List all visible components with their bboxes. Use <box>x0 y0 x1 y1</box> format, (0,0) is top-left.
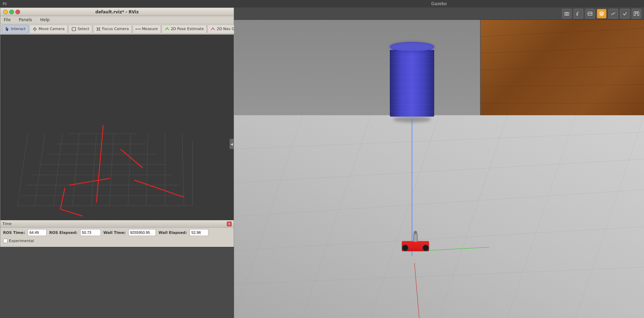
rviz-menubar: File Panels Help <box>0 16 234 24</box>
gazebo-toolbar <box>234 8 644 20</box>
move-camera-button[interactable]: Move Camera <box>29 25 68 34</box>
svg-point-29 <box>566 13 568 15</box>
svg-line-20 <box>182 134 184 206</box>
gazebo-floor <box>234 115 644 318</box>
svg-line-37 <box>481 84 644 87</box>
rviz-window-controls[interactable] <box>3 10 20 14</box>
svg-line-22 <box>96 125 103 202</box>
svg-line-36 <box>481 66 644 70</box>
svg-rect-31 <box>634 12 635 16</box>
svg-line-51 <box>576 115 644 318</box>
svg-line-44 <box>234 227 644 250</box>
gazebo-3d-view[interactable] <box>234 20 644 318</box>
svg-line-35 <box>481 47 644 53</box>
menu-help[interactable]: Help <box>38 17 52 23</box>
svg-line-23 <box>69 178 110 185</box>
rviz-toolbar: Interact Move Camera Select Focus Camera <box>0 24 234 35</box>
svg-line-42 <box>234 159 644 183</box>
svg-line-26 <box>134 180 184 197</box>
gazebo-titlebar: Gazebo <box>234 0 644 8</box>
interact-button[interactable]: Interact <box>2 25 29 34</box>
collapse-handle[interactable]: ◀ <box>230 139 234 149</box>
taskbar-thumbnail <box>0 247 234 318</box>
pose-estimate-button[interactable]: 2D Pose Estimate <box>162 25 207 34</box>
move-camera-icon <box>32 27 37 31</box>
ros-elapsed-input[interactable] <box>80 229 101 236</box>
gazebo-headphones-btn[interactable] <box>574 9 583 18</box>
svg-line-15 <box>91 134 96 206</box>
gazebo-window: Gazebo <box>234 0 644 318</box>
focus-camera-button[interactable]: Focus Camera <box>93 25 132 34</box>
time-content: ROS Time: ROS Elapsed: Wall Time: Wall E… <box>0 228 234 244</box>
svg-line-17 <box>128 134 131 206</box>
select-icon <box>71 27 76 31</box>
measure-button[interactable]: Measure <box>133 25 161 34</box>
svg-line-12 <box>35 134 45 206</box>
menu-panels[interactable]: Panels <box>17 17 34 23</box>
rviz-close-btn[interactable] <box>15 10 20 14</box>
svg-line-25 <box>60 209 83 216</box>
measure-icon <box>136 27 140 31</box>
svg-line-46 <box>234 115 302 318</box>
sensor-beam <box>412 119 412 256</box>
svg-line-18 <box>146 134 148 206</box>
svg-line-41 <box>234 132 644 149</box>
rviz-window: default.rviz* - RViz File Panels Help In… <box>0 8 234 254</box>
gazebo-log-btn[interactable] <box>608 9 618 18</box>
gazebo-camera-btn[interactable] <box>562 9 572 18</box>
gazebo-title: Gazebo <box>431 1 447 6</box>
time-titlebar: Time ✕ <box>0 220 234 228</box>
nav-goal-icon <box>210 27 215 31</box>
svg-line-50 <box>507 115 576 318</box>
gazebo-robot <box>400 241 431 251</box>
gazebo-checkmark-btn[interactable] <box>620 9 630 18</box>
wall-elapsed-input[interactable] <box>190 229 208 236</box>
svg-line-49 <box>439 115 507 318</box>
svg-rect-32 <box>636 12 637 13</box>
svg-line-34 <box>481 28 644 36</box>
gazebo-cylinder <box>390 42 434 117</box>
select-button[interactable]: Select <box>68 25 92 34</box>
gazebo-screenshot-btn[interactable] <box>585 9 595 18</box>
interact-icon <box>5 27 10 31</box>
svg-rect-1 <box>72 27 76 31</box>
svg-line-14 <box>72 134 79 206</box>
experimental-label[interactable]: Experimental <box>3 239 34 243</box>
svg-line-47 <box>302 115 371 318</box>
svg-line-11 <box>17 134 28 206</box>
rviz-titlebar: default.rviz* - RViz <box>0 8 234 16</box>
rviz-title: default.rviz* - RViz <box>20 10 214 14</box>
ros-time-label: ROS Time: <box>3 230 25 235</box>
wall-time-input[interactable] <box>128 229 156 236</box>
gazebo-settings-btn[interactable] <box>632 9 641 18</box>
menu-file[interactable]: File <box>2 17 13 23</box>
wall-time-label: Wall Time: <box>104 230 126 235</box>
svg-line-45 <box>234 267 644 284</box>
ros-time-input[interactable] <box>28 229 46 236</box>
svg-line-48 <box>371 115 439 318</box>
svg-line-24 <box>121 149 143 168</box>
time-panel-close[interactable]: ✕ <box>227 222 232 226</box>
svg-line-27 <box>60 188 65 209</box>
svg-line-43 <box>234 189 644 216</box>
focus-camera-icon <box>96 27 101 31</box>
gazebo-layers-btn[interactable] <box>597 9 606 18</box>
experimental-checkbox[interactable] <box>3 239 8 243</box>
rviz-maximize-btn[interactable] <box>9 10 14 14</box>
wall-elapsed-label: Wall Elapsed: <box>159 230 187 235</box>
rviz-minimize-btn[interactable] <box>3 10 8 14</box>
pose-estimate-icon <box>165 27 169 31</box>
svg-line-16 <box>109 134 113 206</box>
svg-rect-33 <box>638 12 639 16</box>
time-panel-title: Time <box>2 222 12 226</box>
system-bar-left: Fil <box>3 2 7 6</box>
ros-elapsed-label: ROS Elapsed: <box>49 230 77 235</box>
svg-line-13 <box>54 134 62 206</box>
svg-point-0 <box>34 28 36 30</box>
